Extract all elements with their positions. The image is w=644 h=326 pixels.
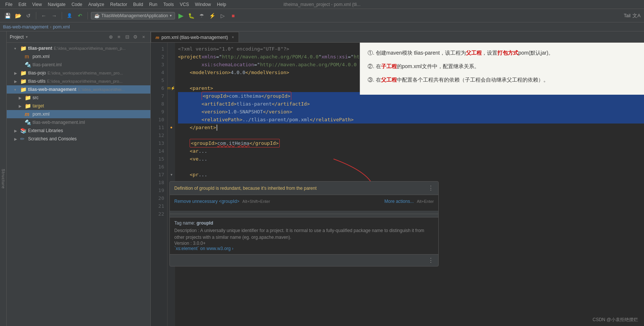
- code-text: </: [310, 116, 316, 124]
- run-config-dropdown[interactable]: ☕ TliasWebManagementApplication ▾: [91, 12, 175, 19]
- debug-button[interactable]: 🐛: [187, 11, 196, 20]
- tree-item-tlias-pojo[interactable]: ▶ 📁 tlias-pojo E:\idea_workspace\itheima…: [7, 69, 150, 77]
- more-run-button[interactable]: ▷: [218, 11, 227, 20]
- profile-button[interactable]: ⚡: [208, 11, 217, 20]
- breadcrumb-file[interactable]: pom.xml: [53, 24, 70, 30]
- code-text: >: [226, 93, 229, 99]
- breadcrumb-project[interactable]: tlias-web-management: [3, 24, 48, 30]
- menu-run[interactable]: Run: [147, 1, 160, 8]
- translate-button[interactable]: 文A: [632, 11, 641, 20]
- code-text: >: [239, 116, 242, 124]
- annotation-1: ①. 创建maven模块 tlias-parent，该工程为父工程，设置打包方式…: [368, 49, 637, 58]
- code-text: artifactId: [204, 100, 233, 108]
- popup-menu-btn[interactable]: ⋮: [428, 185, 434, 192]
- menu-file[interactable]: File: [3, 1, 15, 8]
- code-line-12: [178, 131, 644, 139]
- menu-view[interactable]: View: [30, 1, 44, 8]
- tree-item-external-libs[interactable]: ▶ 📚 External Libraries: [7, 127, 150, 135]
- popup-action-link-2[interactable]: More actions...: [384, 199, 414, 204]
- popup-warning-text: Definition of groupId is redundant, beca…: [174, 186, 317, 191]
- code-text: groupId: [255, 140, 276, 146]
- save-button[interactable]: 💾: [3, 11, 12, 20]
- undo-button[interactable]: ↶: [76, 11, 85, 20]
- code-text: [178, 92, 202, 100]
- code-text: >: [351, 116, 354, 124]
- menu-window[interactable]: Window: [193, 1, 213, 8]
- sync-button[interactable]: ↺: [24, 11, 33, 20]
- g-3: [168, 61, 175, 68]
- watermark: CSDN @小袁拒绝摆烂: [592, 317, 638, 323]
- code-text: =": [348, 53, 354, 61]
- main-layout: Structure Project ▾ ⊕ ≡ ⊟ ⚙ × ▾ 📁 tlias-…: [0, 31, 644, 326]
- sidebar-settings-btn[interactable]: ⚙: [132, 33, 139, 41]
- code-text: ar: [193, 147, 199, 155]
- editor-tab[interactable]: m pom.xml (tlias-web-management) ×: [151, 32, 239, 42]
- tree-label: tlias-parent.iml: [33, 62, 62, 67]
- annotation-1-text: ，设置: [482, 50, 497, 56]
- menu-build[interactable]: Build: [131, 1, 145, 8]
- sidebar: Project ▾ ⊕ ≡ ⊟ ⚙ × ▾ 📁 tlias-parent E:\…: [7, 31, 151, 326]
- folder-icon: 📁: [25, 95, 31, 101]
- g-13: [168, 139, 175, 147]
- code-line-11: </parent>: [178, 124, 644, 131]
- code-text: <: [191, 140, 194, 146]
- sidebar-expand-btn[interactable]: ≡: [115, 33, 123, 41]
- open-button[interactable]: 📂: [13, 11, 22, 20]
- tree-item-pom-main[interactable]: m pom.xml: [7, 110, 150, 118]
- sidebar-title: Project: [10, 34, 24, 40]
- tree-item-web-iml[interactable]: 🔩 tlias-web-management.iml: [7, 118, 150, 127]
- menu-navigate[interactable]: Navigate: [46, 1, 68, 8]
- tree-label: Scratches and Consoles: [28, 136, 77, 141]
- popup-action-link-1[interactable]: Remove unnecessary <groupId>: [174, 199, 239, 204]
- coverage-button[interactable]: ☂: [197, 11, 206, 20]
- code-text: </: [261, 93, 267, 99]
- code-text: >: [289, 108, 292, 116]
- popup-header: Definition of groupId is redundant, beca…: [170, 182, 438, 195]
- menu-code[interactable]: Code: [69, 1, 85, 8]
- menu-edit[interactable]: Edit: [16, 1, 28, 8]
- tree-item-src[interactable]: ▶ 📁 src: [7, 94, 150, 102]
- tree-item-scratches[interactable]: ▶ ✏ Scratches and Consoles: [7, 135, 150, 143]
- popup-footer-menu-btn[interactable]: ⋮: [428, 257, 434, 264]
- menu-vcs[interactable]: VCS: [178, 1, 191, 8]
- menu-tools[interactable]: Tools: [161, 1, 176, 8]
- tree-label: tlias-parent: [28, 46, 52, 51]
- stop-button[interactable]: ■: [229, 11, 238, 20]
- tab-close-btn[interactable]: ×: [232, 35, 234, 39]
- ln-11: 11: [151, 124, 167, 131]
- menu-help[interactable]: Help: [215, 1, 229, 8]
- popup-link[interactable]: `xs:element` on www.w3.org ›: [174, 246, 233, 251]
- popup-tag-name-value: groupId: [196, 220, 213, 226]
- code-text: </: [190, 124, 196, 131]
- ln-18: 18: [151, 179, 167, 186]
- tree-item-pom-parent[interactable]: m pom.xml: [7, 52, 150, 61]
- popup-version: Version : 3.0.0+: [174, 241, 434, 246]
- menu-refactor[interactable]: Refactor: [108, 1, 129, 8]
- tree-item-target[interactable]: ▶ 📁 target: [7, 102, 150, 110]
- g-14: [168, 147, 175, 155]
- sidebar-locate-btn[interactable]: ⊕: [107, 33, 114, 41]
- ln-2: 2: [151, 53, 167, 61]
- code-text: </: [272, 100, 277, 108]
- tree-item-tlias-parent[interactable]: ▾ 📁 tlias-parent E:\idea_workspace\ithei…: [7, 44, 150, 52]
- annotation-2-highlight: 子工程: [381, 63, 397, 69]
- tree-item-tlias-web-management[interactable]: ▾ 📁 tlias-web-management E:\idea_workspa…: [7, 85, 150, 94]
- vcs-button[interactable]: 👤: [65, 11, 74, 20]
- tree-arrow: ▾: [14, 46, 20, 51]
- tree-path: E:\idea_workspace\itheima_maven_pro...: [47, 79, 123, 83]
- sidebar-collapse-btn[interactable]: ⊟: [123, 33, 131, 41]
- run-button[interactable]: ▶: [177, 11, 185, 20]
- code-text: groupId: [205, 93, 226, 99]
- tree-item-parent-iml[interactable]: 🔩 tlias-parent.iml: [7, 61, 150, 69]
- code-text: parent: [196, 124, 213, 131]
- code-text: >: [228, 68, 231, 76]
- structure-tab[interactable]: Structure: [0, 31, 7, 326]
- forward-button[interactable]: →: [50, 11, 59, 20]
- back-button[interactable]: ←: [39, 11, 48, 20]
- code-text: <: [190, 155, 193, 163]
- ln-7: 7: [151, 92, 167, 100]
- tree-item-tlias-utils[interactable]: ▶ 📁 tlias-utils E:\idea_workspace\itheim…: [7, 77, 150, 85]
- menu-analyze[interactable]: Analyze: [86, 1, 107, 8]
- sidebar-close-btn[interactable]: ×: [140, 33, 147, 41]
- code-text: modelVersion: [251, 68, 286, 76]
